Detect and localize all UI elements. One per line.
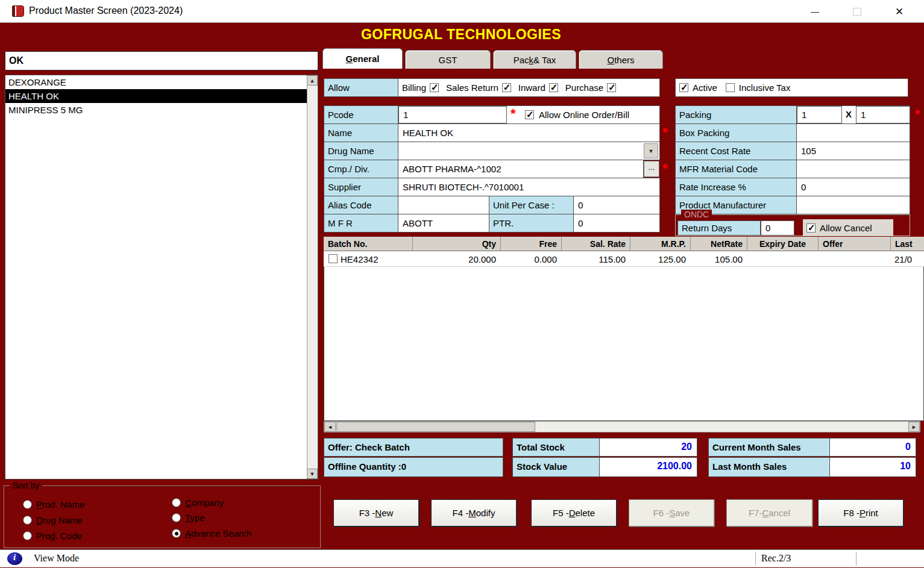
- column-header-netrate[interactable]: NetRate: [691, 237, 747, 251]
- allow-option-label: Inward: [518, 83, 545, 93]
- list-item[interactable]: HEALTH OK: [5, 89, 307, 103]
- scroll-right-icon[interactable]: [908, 422, 920, 432]
- rate-increase-input[interactable]: 0: [796, 178, 910, 196]
- close-button[interactable]: [886, 0, 913, 23]
- f6-save-button[interactable]: F6 - Save: [629, 499, 714, 526]
- radio-company[interactable]: [172, 498, 181, 507]
- list-item[interactable]: DEXORANGE: [5, 75, 307, 89]
- active-checkbox[interactable]: [679, 83, 688, 92]
- allow-cancel-checkbox[interactable]: [806, 223, 816, 233]
- offline-quantity: Offline Quantity :0: [324, 457, 503, 477]
- radio-drug-name[interactable]: [23, 516, 32, 525]
- minimize-button[interactable]: [802, 0, 828, 23]
- mfr-input[interactable]: ABOTT: [398, 214, 489, 233]
- tab-others[interactable]: Others: [579, 50, 663, 69]
- batch-row-expiry: [747, 251, 819, 267]
- maximize-button[interactable]: [844, 0, 870, 23]
- ondc-group-label: ONDC: [681, 210, 712, 219]
- box-packing-label: Box Packing: [675, 123, 797, 142]
- packing-input-2[interactable]: 1: [856, 106, 910, 123]
- app-book-icon: [12, 5, 24, 17]
- product-search-input[interactable]: [5, 51, 318, 70]
- list-item[interactable]: MINIPRESS 5 MG: [5, 103, 307, 117]
- product-manufacturer-input[interactable]: [796, 196, 910, 214]
- column-header-expiry-date[interactable]: Expiry Date: [747, 237, 819, 251]
- scroll-up-icon[interactable]: [307, 75, 318, 86]
- f8-print-button[interactable]: F8 - Print: [818, 499, 904, 526]
- list-scrollbar[interactable]: [307, 75, 318, 479]
- batch-row-free: 0.000: [501, 251, 562, 267]
- packing-strip: 1 X 1: [796, 105, 910, 124]
- radio-advance-search[interactable]: [172, 529, 181, 538]
- cmp-div-input[interactable]: ABOTT PHARMA-^1002: [398, 160, 644, 178]
- mfr-material-code-input[interactable]: [796, 160, 910, 178]
- column-header-mrp[interactable]: M.R.P.: [630, 237, 691, 251]
- column-header-qty[interactable]: Qty: [413, 237, 501, 251]
- allow-option-label: Purchase: [565, 83, 603, 93]
- cmp-div-label: Cmp./ Div.: [324, 160, 398, 178]
- batch-row-checkbox[interactable]: [328, 254, 338, 263]
- f4-modify-button[interactable]: F4 - Modify: [431, 499, 517, 526]
- stock-value-label: Stock Value: [512, 457, 600, 477]
- radio-label-prod-code[interactable]: Prod. Code: [36, 531, 82, 541]
- column-header-sal-rate[interactable]: Sal. Rate: [562, 237, 630, 251]
- recent-cost-rate-input[interactable]: 105: [796, 142, 910, 160]
- batch-row-mrp: 125.00: [630, 251, 691, 267]
- radio-type[interactable]: [172, 513, 181, 522]
- radio-label-prod-name[interactable]: Prod. Name: [36, 499, 84, 510]
- batch-row-netrate: 105.00: [691, 251, 747, 267]
- last-month-sales-value: 10: [829, 457, 916, 477]
- box-packing-input[interactable]: [796, 123, 910, 142]
- allow-option-label: Billing: [402, 83, 426, 93]
- radio-label-type[interactable]: Type: [185, 513, 205, 523]
- radio-label-drug-name[interactable]: Drug Name: [36, 515, 83, 525]
- f7-cancel-button[interactable]: F7-Cancel: [726, 499, 812, 526]
- current-month-sales-value: 0: [829, 438, 916, 457]
- batch-table-hscrollbar[interactable]: [324, 421, 920, 432]
- scroll-down-icon[interactable]: [307, 469, 318, 479]
- tab-pack-tax[interactable]: Pack & Tax: [493, 50, 576, 69]
- tab-gst[interactable]: GST: [405, 50, 491, 69]
- packing-input-1[interactable]: 1: [797, 106, 842, 123]
- column-header-free[interactable]: Free: [501, 237, 562, 251]
- packing-separator: X: [846, 109, 852, 119]
- ptr-input[interactable]: 0: [573, 214, 660, 233]
- billing-checkbox[interactable]: [430, 83, 439, 92]
- pcode-label: Pcode: [324, 105, 398, 124]
- cmp-div-browse-button[interactable]: ...: [644, 161, 659, 177]
- radio-prod-name[interactable]: [23, 500, 32, 509]
- column-header-batch-no[interactable]: Batch No.: [324, 237, 413, 251]
- allow-online-order-checkbox[interactable]: [525, 110, 534, 119]
- radio-label-advance-search[interactable]: Advance Search: [185, 528, 251, 538]
- total-stock-value: 20: [599, 438, 697, 457]
- radio-prod-code[interactable]: [23, 531, 32, 540]
- tab-general[interactable]: General: [322, 48, 403, 69]
- alias-code-input[interactable]: [398, 196, 489, 214]
- sort-by-group-label: Sort by: [10, 481, 42, 490]
- status-mode: View Mode: [34, 553, 79, 564]
- column-header-offer[interactable]: Offer: [819, 237, 891, 251]
- purchase-checkbox[interactable]: [607, 83, 616, 92]
- scrollbar-thumb[interactable]: [336, 422, 535, 432]
- name-label: Name: [324, 123, 398, 142]
- inclusive-tax-checkbox[interactable]: [726, 83, 735, 92]
- status-divider: [856, 552, 856, 566]
- radio-label-company[interactable]: Company: [185, 498, 224, 508]
- close-icon: [895, 5, 904, 18]
- maximize-icon: [853, 8, 861, 16]
- column-header-last[interactable]: Last: [891, 237, 924, 251]
- scroll-left-icon[interactable]: [324, 422, 336, 432]
- inward-checkbox[interactable]: [549, 83, 558, 92]
- supplier-input[interactable]: SHRUTI BIOTECH-.^7010001: [398, 178, 660, 196]
- f5-delete-button[interactable]: F5 - Delete: [531, 499, 617, 526]
- return-days-input[interactable]: 0: [761, 220, 794, 236]
- sales-return-checkbox[interactable]: [502, 83, 511, 92]
- name-input[interactable]: HEALTH OK: [398, 123, 660, 142]
- required-asterisk: [662, 162, 671, 173]
- offer-note: Offer: Check Batch: [324, 438, 503, 457]
- unit-per-case-input[interactable]: 0: [573, 196, 660, 214]
- drug-name-combobox[interactable]: [398, 142, 660, 160]
- pcode-input[interactable]: 1: [398, 106, 507, 123]
- dropdown-arrow-icon[interactable]: [644, 143, 658, 158]
- f3-new-button[interactable]: F3 - New: [333, 499, 419, 526]
